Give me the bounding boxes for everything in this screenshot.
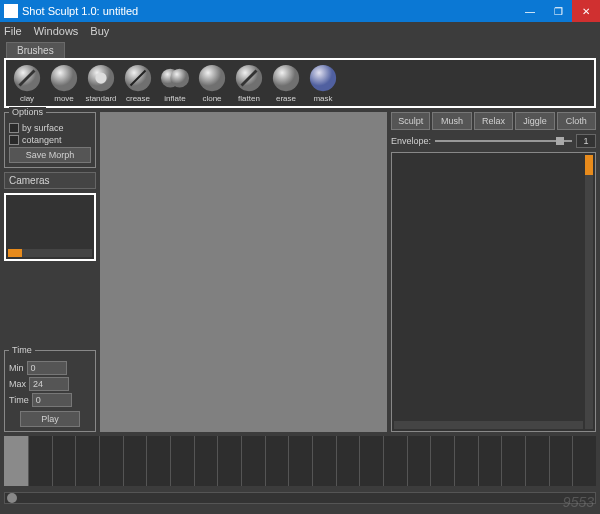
- brush-inflate[interactable]: inflate: [157, 63, 193, 103]
- viewport[interactable]: [100, 112, 387, 432]
- timeline-frame[interactable]: [549, 436, 573, 486]
- app-icon: [4, 4, 18, 18]
- cameras-list[interactable]: [4, 193, 96, 261]
- brush-panel: clay move standard crease inflate: [4, 58, 596, 108]
- svg-point-8: [170, 69, 189, 88]
- timeline-frame[interactable]: [52, 436, 76, 486]
- close-button[interactable]: ✕: [572, 0, 600, 22]
- brush-mask-icon: [307, 63, 339, 93]
- options-group: Options by surface cotangent Save Morph: [4, 112, 96, 168]
- hscroll-thumb[interactable]: [563, 421, 583, 429]
- max-label: Max: [9, 379, 26, 389]
- menu-windows[interactable]: Windows: [34, 25, 79, 37]
- svg-point-4: [95, 72, 106, 83]
- timeline-frame[interactable]: [217, 436, 241, 486]
- envelope-slider[interactable]: [435, 140, 572, 142]
- timeline-frame[interactable]: [336, 436, 360, 486]
- brush-erase[interactable]: erase: [268, 63, 304, 103]
- vscrollbar[interactable]: [585, 155, 593, 429]
- brush-clone-icon: [196, 63, 228, 93]
- timeline-frame[interactable]: [525, 436, 549, 486]
- mode-sculpt[interactable]: Sculpt: [391, 112, 430, 130]
- window-title: Shot Sculpt 1.0: untitled: [22, 5, 516, 17]
- time-group: Time Min Max Time Play: [4, 350, 96, 432]
- brush-erase-icon: [270, 63, 302, 93]
- mode-jiggle[interactable]: Jiggle: [515, 112, 554, 130]
- timeline-frame[interactable]: [478, 436, 502, 486]
- timeline-frame[interactable]: [170, 436, 194, 486]
- timeline-frame[interactable]: [359, 436, 383, 486]
- brush-mask[interactable]: mask: [305, 63, 341, 103]
- time-input[interactable]: [32, 393, 72, 407]
- timeline-frame[interactable]: [288, 436, 312, 486]
- svg-point-2: [51, 65, 77, 91]
- envelope-label: Envelope:: [391, 136, 431, 146]
- timeline-frame[interactable]: [194, 436, 218, 486]
- right-panel[interactable]: [391, 152, 596, 432]
- timeline-frame[interactable]: [123, 436, 147, 486]
- brush-clay-icon: [11, 63, 43, 93]
- timeline-frame[interactable]: [312, 436, 336, 486]
- menu-file[interactable]: File: [4, 25, 22, 37]
- timeline-frame[interactable]: [430, 436, 454, 486]
- menu-buy[interactable]: Buy: [90, 25, 109, 37]
- brush-clay[interactable]: clay: [9, 63, 45, 103]
- timeline-frame[interactable]: [75, 436, 99, 486]
- svg-point-12: [273, 65, 299, 91]
- menubar: File Windows Buy: [0, 22, 600, 40]
- save-morph-button[interactable]: Save Morph: [9, 147, 91, 163]
- checkbox-cotangent[interactable]: [9, 135, 19, 145]
- cameras-header[interactable]: Cameras: [4, 172, 96, 189]
- min-input[interactable]: [27, 361, 67, 375]
- svg-point-9: [199, 65, 225, 91]
- label-cotangent: cotangent: [22, 135, 62, 145]
- timeline-frame[interactable]: [99, 436, 123, 486]
- checkbox-by-surface[interactable]: [9, 123, 19, 133]
- statusbar: [4, 492, 596, 504]
- min-label: Min: [9, 363, 24, 373]
- mode-cloth[interactable]: Cloth: [557, 112, 596, 130]
- time-label: Time: [9, 345, 35, 355]
- brush-crease[interactable]: crease: [120, 63, 156, 103]
- timeline-frame[interactable]: [383, 436, 407, 486]
- timeline-frame[interactable]: [28, 436, 52, 486]
- label-by-surface: by surface: [22, 123, 64, 133]
- timeline-frame[interactable]: [454, 436, 478, 486]
- timeline-frame[interactable]: [572, 436, 596, 486]
- brush-clone[interactable]: clone: [194, 63, 230, 103]
- mode-relax[interactable]: Relax: [474, 112, 513, 130]
- timeline-frame[interactable]: [146, 436, 170, 486]
- brush-move[interactable]: move: [46, 63, 82, 103]
- mode-row: Sculpt Mush Relax Jiggle Cloth: [391, 112, 596, 130]
- mode-mush[interactable]: Mush: [432, 112, 471, 130]
- brush-standard[interactable]: standard: [83, 63, 119, 103]
- brush-flatten-icon: [233, 63, 265, 93]
- timeline-playhead[interactable]: [4, 436, 28, 486]
- maximize-button[interactable]: ❐: [544, 0, 572, 22]
- brush-crease-icon: [122, 63, 154, 93]
- vscroll-thumb[interactable]: [585, 155, 593, 175]
- time-val-label: Time: [9, 395, 29, 405]
- timeline-frame[interactable]: [501, 436, 525, 486]
- brush-move-icon: [48, 63, 80, 93]
- brush-flatten[interactable]: flatten: [231, 63, 267, 103]
- status-dot-icon: [7, 493, 17, 503]
- titlebar: Shot Sculpt 1.0: untitled — ❐ ✕: [0, 0, 600, 22]
- timeline-frame[interactable]: [407, 436, 431, 486]
- timeline-frame[interactable]: [265, 436, 289, 486]
- brush-inflate-icon: [159, 63, 191, 93]
- timeline[interactable]: [4, 436, 596, 486]
- envelope-value: 1: [576, 134, 596, 148]
- timeline-frame[interactable]: [241, 436, 265, 486]
- minimize-button[interactable]: —: [516, 0, 544, 22]
- svg-point-13: [310, 65, 336, 91]
- watermark: 9553: [563, 494, 594, 510]
- brush-standard-icon: [85, 63, 117, 93]
- tab-brushes[interactable]: Brushes: [6, 42, 65, 58]
- options-label: Options: [9, 107, 46, 117]
- max-input[interactable]: [29, 377, 69, 391]
- play-button[interactable]: Play: [20, 411, 80, 427]
